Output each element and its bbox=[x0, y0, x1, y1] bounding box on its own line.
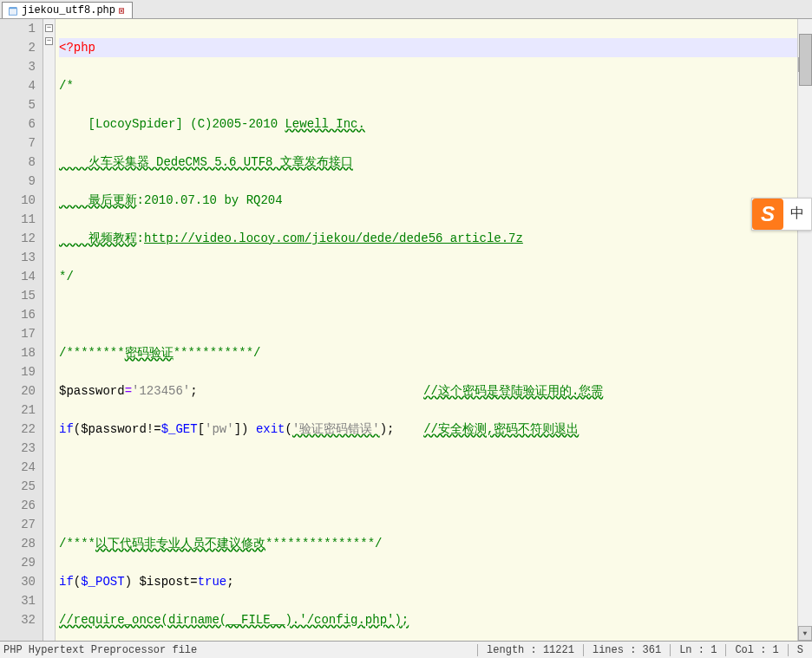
code-text: '验证密码错误' bbox=[292, 422, 380, 436]
code-text: /* bbox=[59, 79, 74, 93]
code-comment: //安全检测,密码不符则退出 bbox=[423, 422, 579, 436]
status-lines: lines : 361 bbox=[583, 644, 670, 656]
code-text: true bbox=[198, 575, 227, 589]
code-text: :2010.07.10 by RQ204 bbox=[137, 193, 283, 207]
code-text: Lewell Inc. bbox=[285, 117, 364, 131]
svg-text:S: S bbox=[761, 202, 775, 225]
code-text: ( bbox=[285, 422, 292, 436]
code-text: 视频教程 bbox=[59, 231, 137, 245]
status-ln: Ln : 1 bbox=[670, 644, 725, 656]
status-bar: PHP Hypertext Preprocessor file length :… bbox=[0, 641, 812, 658]
scroll-thumb[interactable] bbox=[799, 34, 812, 86]
close-icon[interactable]: ⊠ bbox=[119, 5, 125, 16]
code-text: /******** bbox=[59, 346, 125, 360]
code-text: $password bbox=[59, 384, 125, 398]
status-col: Col : 1 bbox=[725, 644, 787, 656]
code-link[interactable]: http://video.locoy.com/jiekou/dede/dede5… bbox=[144, 231, 523, 245]
code-text: ]) bbox=[234, 422, 256, 436]
fold-column: − − bbox=[43, 19, 56, 641]
code-text: 最后更新 bbox=[59, 193, 137, 207]
scroll-down-icon[interactable]: ▼ bbox=[798, 626, 812, 641]
code-text: ); bbox=[380, 422, 395, 436]
status-length: length : 11221 bbox=[477, 644, 583, 656]
code-text: ( bbox=[74, 575, 81, 589]
code-text: ) $ispost= bbox=[125, 575, 198, 589]
code-text: ; bbox=[226, 575, 233, 589]
code-text: $_GET bbox=[161, 422, 198, 436]
file-tab[interactable]: jiekou_utf8.php ⊠ bbox=[2, 2, 133, 18]
code-text: ***************/ bbox=[265, 537, 382, 551]
code-text: 以下代码非专业人员不建议修改 bbox=[95, 537, 265, 551]
code-text: ; bbox=[190, 384, 197, 398]
tab-bar: jiekou_utf8.php ⊠ bbox=[0, 0, 812, 19]
code-text: ***********/ bbox=[174, 346, 261, 360]
tab-filename: jiekou_utf8.php bbox=[22, 4, 115, 16]
code-text: [LocoySpider] (C)2005-2010 bbox=[59, 117, 285, 131]
fold-toggle[interactable]: − bbox=[45, 24, 53, 32]
editor-window: jiekou_utf8.php ⊠ 12345678910 1112131415… bbox=[0, 0, 812, 658]
svg-rect-1 bbox=[10, 9, 17, 16]
status-filetype: PHP Hypertext Preprocessor file bbox=[0, 644, 477, 656]
code-text: <?php bbox=[59, 41, 95, 55]
code-text: 密码验证 bbox=[125, 346, 174, 360]
code-text: : bbox=[137, 231, 144, 245]
code-text: 'pw' bbox=[205, 422, 234, 436]
code-comment: //这个密码是登陆验证用的.您需 bbox=[423, 384, 603, 398]
ime-text: 中 bbox=[783, 205, 811, 224]
code-comment: //require_once(dirname(__FILE__).'/confi… bbox=[59, 613, 409, 627]
file-icon bbox=[8, 5, 18, 16]
code-text: */ bbox=[59, 270, 74, 283]
ime-badge[interactable]: S 中 bbox=[751, 198, 812, 231]
code-text: /**** bbox=[59, 537, 95, 551]
code-text: [ bbox=[198, 422, 205, 436]
editor-area: 12345678910 11121314151617181920 2122232… bbox=[0, 19, 812, 641]
line-gutter: 12345678910 11121314151617181920 2122232… bbox=[0, 19, 43, 641]
sogou-logo-icon: S bbox=[752, 199, 783, 230]
code-text: '123456' bbox=[132, 384, 190, 398]
code-text: $_POST bbox=[81, 575, 124, 589]
code-text: if bbox=[59, 422, 74, 436]
code-text: if bbox=[59, 575, 74, 589]
status-sel: S bbox=[788, 644, 812, 656]
code-text: ($password!= bbox=[74, 422, 161, 436]
code-text: = bbox=[125, 384, 132, 398]
code-text: 火车采集器 DedeCMS 5.6 UTF8 文章发布接口 bbox=[59, 155, 353, 169]
fold-toggle[interactable]: − bbox=[45, 37, 53, 45]
vertical-scrollbar[interactable]: ▲ ▼ bbox=[797, 19, 812, 641]
code-area[interactable]: <?php /* [LocoySpider] (C)2005-2010 Lewe… bbox=[56, 19, 812, 641]
code-text: exit bbox=[256, 422, 285, 436]
